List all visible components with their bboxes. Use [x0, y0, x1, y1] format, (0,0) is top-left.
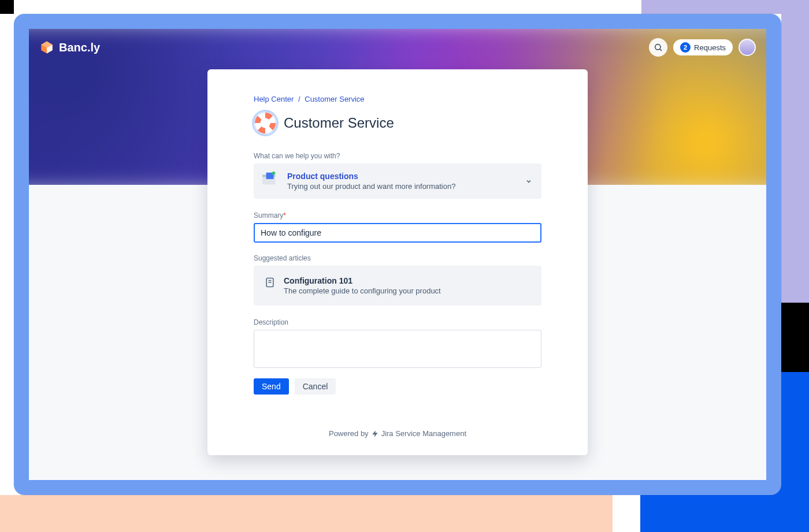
brand[interactable]: Banc.ly — [39, 40, 100, 55]
bolt-icon — [371, 430, 379, 438]
request-form-card: Help Center / Customer Service Customer … — [207, 69, 588, 455]
svg-point-0 — [655, 44, 660, 50]
svg-point-5 — [272, 172, 276, 175]
brand-name: Banc.ly — [59, 41, 100, 54]
top-actions: 2 Requests — [649, 38, 756, 57]
breadcrumb: Help Center / Customer Service — [254, 95, 541, 103]
breadcrumb-root-link[interactable]: Help Center — [254, 95, 294, 103]
help-prompt-label: What can we help you with? — [254, 152, 541, 160]
requests-label: Requests — [694, 43, 726, 52]
frame-accent-top — [641, 0, 809, 14]
request-type-subtitle: Trying out our product and want more inf… — [287, 182, 455, 191]
brand-logo-icon — [39, 40, 54, 55]
frame-accent-side — [781, 303, 809, 372]
breadcrumb-separator: / — [298, 95, 300, 103]
powered-by: Powered by Jira Service Management — [254, 429, 541, 438]
requests-button[interactable]: 2 Requests — [673, 39, 733, 55]
article-icon — [264, 277, 276, 288]
request-type-select[interactable]: Product questions Trying out our product… — [254, 163, 541, 199]
avatar[interactable] — [739, 39, 756, 56]
frame-accent-corner — [0, 0, 14, 14]
page-title: Customer Service — [284, 115, 394, 131]
search-button[interactable] — [649, 38, 667, 57]
suggested-article-title: Configuration 101 — [284, 276, 441, 285]
breadcrumb-current-link[interactable]: Customer Service — [305, 95, 364, 103]
suggested-article[interactable]: Configuration 101 The complete guide to … — [254, 266, 541, 306]
send-button[interactable]: Send — [254, 378, 289, 395]
top-bar: Banc.ly 2 Requests — [39, 37, 756, 58]
description-input[interactable] — [254, 330, 541, 368]
suggested-article-subtitle: The complete guide to configuring your p… — [284, 287, 441, 295]
search-icon — [654, 43, 663, 52]
description-label: Description — [254, 318, 541, 326]
powered-prefix: Powered by — [329, 429, 369, 438]
frame-accent-bottom — [0, 495, 613, 532]
cancel-button[interactable]: Cancel — [295, 378, 336, 395]
powered-product: Jira Service Management — [381, 429, 466, 438]
suggested-articles-label: Suggested articles — [254, 254, 541, 262]
requests-count-badge: 2 — [680, 42, 691, 53]
svg-line-1 — [660, 49, 662, 51]
lifebuoy-icon — [254, 111, 277, 135]
summary-input[interactable] — [254, 223, 541, 243]
summary-label: Summary* — [254, 211, 541, 220]
chevron-down-icon — [525, 178, 532, 185]
request-type-icon — [262, 172, 279, 187]
app-window: Banc.ly 2 Requests Help Center / Custome… — [14, 14, 781, 495]
request-type-title: Product questions — [287, 172, 455, 181]
